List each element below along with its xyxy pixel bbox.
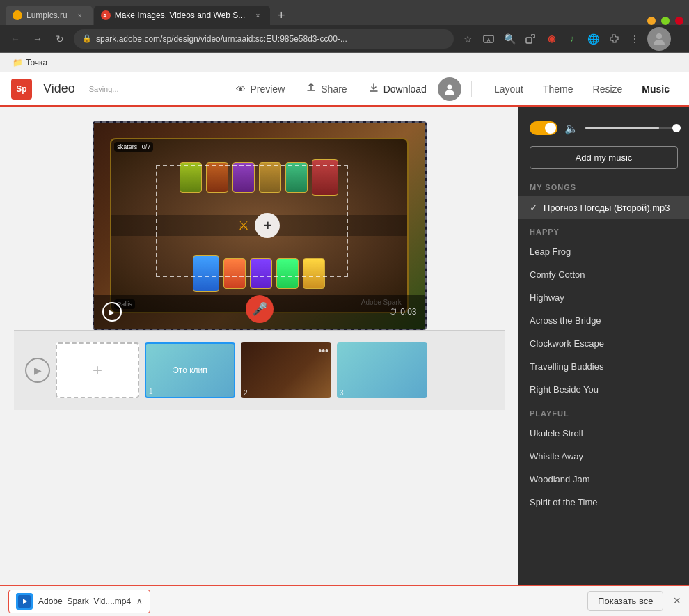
mic-button[interactable]: 🎤 — [246, 295, 274, 323]
board-inner: skaters 0/7 — [110, 138, 408, 313]
my-songs-section-label: MY SONGS — [518, 175, 689, 196]
share-label: Share — [321, 84, 347, 95]
svg-text:A: A — [103, 13, 107, 19]
browser-actions: ☆ A 🔍 ◉ ♪ 🌐 ⋮ — [459, 27, 682, 51]
translate-icon[interactable]: A — [480, 31, 497, 47]
address-bar: ← → ↻ 🔒 spark.adobe.com/sp/design/video/… — [0, 25, 689, 53]
download-file-item[interactable]: Adobe_Spark_Vid....mp4 ∧ — [8, 590, 150, 613]
file-type-icon — [16, 593, 33, 610]
layout-tab[interactable]: Layout — [486, 79, 532, 99]
theme-tab[interactable]: Theme — [534, 79, 582, 99]
canvas-area: skaters 0/7 — [0, 107, 518, 585]
download-button[interactable]: Download — [358, 78, 436, 100]
lumpics-favicon — [13, 10, 22, 20]
play-button[interactable]: ▶ — [102, 302, 122, 322]
song-item-highway[interactable]: Highway — [518, 286, 689, 309]
search-icon[interactable]: 🔍 — [501, 31, 518, 47]
menu-dots-icon[interactable]: ⋮ — [626, 31, 643, 47]
slide-item-2[interactable]: 2 ••• — [241, 342, 331, 398]
download-label: Download — [383, 84, 427, 95]
puzzle-icon[interactable] — [605, 31, 622, 47]
song-item-clockwork[interactable]: Clockwork Escape — [518, 332, 689, 355]
song-item-right[interactable]: Right Beside You — [518, 378, 689, 401]
forward-button[interactable]: → — [29, 31, 46, 47]
tab-adobe-close[interactable]: × — [252, 10, 263, 21]
card-enemy-3 — [232, 162, 255, 193]
music-toggle-row: 🔈 — [518, 116, 689, 141]
close-download-bar-button[interactable]: × — [673, 594, 681, 608]
music-toggle[interactable] — [530, 121, 557, 135]
song-item-travelling[interactable]: Travelling Buddies — [518, 355, 689, 378]
song-item-comfy[interactable]: Comfy Cotton — [518, 263, 689, 286]
user-avatar[interactable] — [647, 27, 671, 51]
music-tab[interactable]: Music — [633, 79, 678, 99]
folder-icon: 📁 — [13, 58, 23, 68]
slide-item-1[interactable]: Это клип 1 — [145, 342, 235, 398]
song-item-whistle[interactable]: Whistle Away — [518, 445, 689, 468]
time-value: 0:03 — [400, 307, 416, 317]
board-center: ⚔ + — [111, 215, 406, 236]
add-card-button[interactable]: + — [255, 213, 280, 238]
song-item-leap[interactable]: Leap Frog — [518, 240, 689, 263]
song-item-ukulele[interactable]: Ukulele Stroll — [518, 422, 689, 445]
tab-adobe-label: Make Images, Videos and Web S... — [115, 10, 246, 20]
card-player-5 — [303, 258, 325, 289]
header-avatar[interactable] — [438, 77, 461, 101]
new-tab-button[interactable]: + — [271, 6, 291, 25]
show-all-button[interactable]: Показать все — [587, 591, 663, 611]
address-field[interactable]: 🔒 spark.adobe.com/sp/design/video/urn:aa… — [74, 29, 454, 49]
bookmark-folder[interactable]: 📁 Точка — [7, 56, 53, 69]
card-player-2 — [223, 258, 246, 289]
spark-logo: Sp — [11, 79, 32, 100]
preview-button[interactable]: 👁 Preview — [226, 79, 294, 99]
preview-label: Preview — [250, 84, 285, 95]
minimize-button[interactable] — [647, 17, 656, 25]
share-icon — [306, 82, 317, 95]
app-product-type: Video — [43, 81, 75, 96]
bookmarks-bar: 📁 Точка — [0, 53, 689, 72]
app-header: Sp Video Saving... 👁 Preview Share Downl… — [0, 72, 689, 107]
volume-slider[interactable] — [585, 127, 678, 129]
song-item-prog[interactable]: ✓ Прогноз Погоды (Второй).mp3 — [518, 196, 689, 219]
share-button[interactable]: Share — [296, 78, 356, 100]
add-slide-button[interactable]: + — [56, 342, 139, 398]
globe-icon[interactable]: 🌐 — [585, 31, 601, 47]
tab-lumpics-label: Lumpics.ru — [26, 10, 68, 20]
slide-item-3[interactable]: 3 — [337, 342, 427, 398]
saving-indicator: Saving... — [89, 85, 119, 93]
volume-fill — [585, 127, 659, 129]
maximize-button[interactable] — [661, 17, 670, 25]
song-label-clockwork: Clockwork Escape — [530, 338, 604, 349]
tab-lumpics-close[interactable]: × — [74, 10, 86, 21]
song-label-highway: Highway — [530, 292, 564, 303]
song-label-spirit: Spirit of the Time — [530, 497, 598, 507]
check-icon: ✓ — [530, 202, 538, 213]
board-top — [111, 139, 406, 215]
music-ext-icon[interactable]: ♪ — [564, 31, 580, 47]
song-label-whistle: Whistle Away — [530, 451, 583, 461]
song-item-bridge[interactable]: Across the Bridge — [518, 309, 689, 332]
right-nav: Layout Theme Resize Music — [486, 79, 678, 99]
add-my-music-button[interactable]: Add my music — [530, 146, 678, 169]
tab-adobe[interactable]: A Make Images, Videos and Web S... × — [94, 6, 271, 25]
slide-2-menu[interactable]: ••• — [318, 345, 328, 356]
video-preview: skaters 0/7 — [93, 121, 427, 330]
tab-lumpics[interactable]: Lumpics.ru × — [6, 6, 93, 25]
volume-knob — [672, 124, 681, 132]
card-enemy-1 — [180, 162, 202, 193]
close-button[interactable] — [675, 17, 683, 25]
resize-tab[interactable]: Resize — [585, 79, 631, 99]
bookmark-star[interactable]: ☆ — [459, 31, 476, 47]
svg-point-5 — [656, 33, 662, 39]
song-item-woodland[interactable]: Woodland Jam — [518, 468, 689, 491]
extensions-icon[interactable] — [522, 31, 539, 47]
refresh-button[interactable]: ↻ — [52, 31, 68, 47]
back-button[interactable]: ← — [7, 31, 24, 47]
song-label-comfy: Comfy Cotton — [530, 269, 585, 280]
song-item-spirit[interactable]: Spirit of the Time — [518, 491, 689, 514]
file-chevron-icon[interactable]: ∧ — [136, 597, 143, 606]
adblock-icon[interactable]: ◉ — [543, 31, 560, 47]
svg-text:A: A — [487, 38, 491, 42]
song-label-travelling: Travelling Buddies — [530, 361, 603, 372]
play-all-button[interactable]: ▶ — [25, 358, 50, 383]
